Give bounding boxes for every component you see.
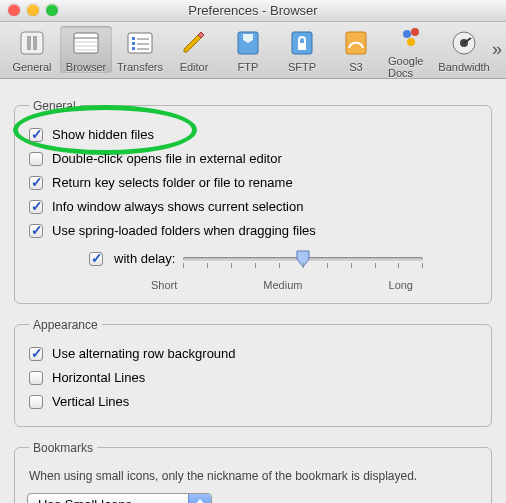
tab-s3-label: S3	[349, 61, 362, 73]
group-appearance-legend: Appearance	[29, 318, 102, 332]
window-title: Preferences - Browser	[0, 3, 506, 18]
svg-rect-9	[132, 37, 135, 40]
slider-label-long: Long	[389, 279, 413, 291]
tab-bandwidth[interactable]: Bandwidth	[438, 26, 490, 73]
svg-rect-13	[132, 47, 135, 50]
lbl-double-click: Double-click opens file in external edit…	[52, 151, 282, 166]
delay-slider[interactable]	[183, 251, 423, 267]
s3-icon	[341, 28, 371, 61]
slider-label-medium: Medium	[263, 279, 302, 291]
lbl-hlines: Horizontal Lines	[52, 370, 145, 385]
svg-marker-15	[184, 35, 201, 52]
close-button[interactable]	[8, 4, 20, 16]
chk-info-window[interactable]	[29, 200, 43, 214]
svg-rect-11	[132, 42, 135, 45]
titlebar: Preferences - Browser	[0, 0, 506, 22]
preferences-window: Preferences - Browser General Browser Tr…	[0, 0, 506, 503]
tab-transfers[interactable]: Transfers	[114, 26, 166, 73]
toolbar-more[interactable]: »	[492, 39, 506, 60]
lbl-show-hidden: Show hidden files	[52, 127, 154, 142]
content-pane: General Show hidden files Double-click o…	[0, 79, 506, 504]
tab-s3[interactable]: S3	[330, 26, 382, 73]
tab-browser[interactable]: Browser	[60, 26, 112, 73]
svg-rect-0	[21, 32, 43, 54]
tab-editor-label: Editor	[180, 61, 209, 73]
chk-spring[interactable]	[29, 224, 43, 238]
select-icon-size-value: Use Small Icons	[28, 494, 188, 504]
zoom-button[interactable]	[46, 4, 58, 16]
bookmarks-note: When using small icons, only the nicknam…	[29, 469, 477, 483]
chk-altrows[interactable]	[29, 347, 43, 361]
group-appearance: Appearance Use alternating row backgroun…	[14, 318, 492, 427]
lbl-delay: with delay:	[114, 251, 175, 266]
lbl-return-key: Return key selects folder or file to ren…	[52, 175, 293, 190]
ftp-icon	[233, 28, 263, 61]
toolbar: General Browser Transfers Editor FTP	[0, 22, 506, 79]
lbl-vlines: Vertical Lines	[52, 394, 129, 409]
tab-ftp-label: FTP	[238, 61, 259, 73]
svg-rect-1	[27, 36, 31, 50]
group-general-legend: General	[29, 99, 80, 113]
bandwidth-icon	[449, 28, 479, 61]
lbl-info-window: Info window always shows current selecti…	[52, 199, 303, 214]
tab-general-label: General	[12, 61, 51, 73]
group-bookmarks-legend: Bookmarks	[29, 441, 97, 455]
svg-point-22	[411, 28, 419, 36]
tab-ftp[interactable]: FTP	[222, 26, 274, 73]
editor-icon	[179, 28, 209, 61]
chk-delay[interactable]	[89, 252, 103, 266]
chk-vlines[interactable]	[29, 395, 43, 409]
svg-rect-14	[137, 48, 149, 50]
group-general: General Show hidden files Double-click o…	[14, 99, 492, 304]
chk-show-hidden[interactable]	[29, 128, 43, 142]
tab-googledocs-label: Google Docs	[388, 55, 432, 79]
tab-sftp-label: SFTP	[288, 61, 316, 73]
svg-rect-12	[137, 43, 149, 45]
svg-rect-19	[298, 43, 306, 50]
traffic-lights	[8, 4, 58, 16]
transfers-icon	[125, 28, 155, 61]
chk-hlines[interactable]	[29, 371, 43, 385]
slider-label-short: Short	[151, 279, 177, 291]
browser-icon	[71, 28, 101, 61]
svg-marker-27	[196, 499, 204, 503]
tab-bandwidth-label: Bandwidth	[438, 61, 489, 73]
googledocs-icon	[395, 22, 425, 55]
select-icon-size[interactable]: Use Small Icons	[27, 493, 212, 504]
tab-sftp[interactable]: SFTP	[276, 26, 328, 73]
chk-return-key[interactable]	[29, 176, 43, 190]
lbl-altrows: Use alternating row background	[52, 346, 236, 361]
group-bookmarks: Bookmarks When using small icons, only t…	[14, 441, 492, 504]
lbl-spring: Use spring-loaded folders when dragging …	[52, 223, 316, 238]
tab-general[interactable]: General	[6, 26, 58, 73]
chk-double-click[interactable]	[29, 152, 43, 166]
tab-browser-label: Browser	[66, 61, 106, 73]
svg-point-23	[407, 38, 415, 46]
svg-rect-10	[137, 38, 149, 40]
minimize-button[interactable]	[27, 4, 39, 16]
tab-transfers-label: Transfers	[117, 61, 163, 73]
select-stepper-icon	[188, 494, 211, 504]
tab-googledocs[interactable]: Google Docs	[384, 20, 436, 79]
tab-editor[interactable]: Editor	[168, 26, 220, 73]
general-icon	[17, 28, 47, 61]
svg-point-21	[403, 30, 411, 38]
svg-rect-2	[33, 36, 37, 50]
sftp-icon	[287, 28, 317, 61]
